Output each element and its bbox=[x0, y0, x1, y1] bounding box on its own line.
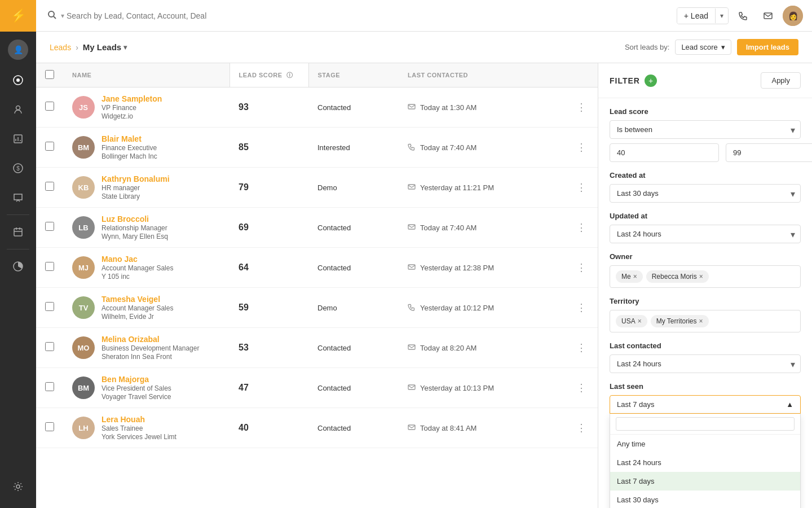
row-checkbox-cell bbox=[36, 208, 63, 248]
select-all-checkbox[interactable] bbox=[45, 70, 54, 79]
last-contacted-select-wrapper: Last 24 hours Last 7 days Last 30 days A… bbox=[610, 354, 801, 373]
lead-name[interactable]: Ben Majorga bbox=[102, 375, 171, 384]
breadcrumb-leads-link[interactable]: Leads bbox=[50, 43, 71, 52]
territory-tag-usa-remove[interactable]: × bbox=[638, 318, 642, 325]
add-lead-dropdown-arrow[interactable]: ▾ bbox=[715, 8, 728, 23]
lead-title: Sales Trainee bbox=[102, 424, 176, 432]
last-contacted-select[interactable]: Last 24 hours Last 7 days Last 30 days A… bbox=[610, 354, 801, 373]
sidebar-item-calendar[interactable] bbox=[0, 217, 36, 247]
row-checkbox[interactable] bbox=[45, 302, 54, 311]
row-checkbox[interactable] bbox=[45, 182, 54, 191]
lead-name[interactable]: Lera Houah bbox=[102, 415, 176, 424]
last-seen-option-last-24[interactable]: Last 24 hours bbox=[610, 453, 800, 472]
filter-section-created-at: Created at Last 30 days Last 7 days Last… bbox=[610, 171, 801, 203]
row-more-button[interactable]: ⋮ bbox=[574, 99, 589, 116]
filter-add-icon: + bbox=[648, 76, 653, 85]
row-last-contacted-cell: Yesterday at 10:12 PM bbox=[399, 288, 565, 328]
sidebar-item-home[interactable] bbox=[0, 65, 36, 95]
row-more-button[interactable]: ⋮ bbox=[574, 299, 589, 316]
lead-name[interactable]: Melina Orizabal bbox=[102, 335, 199, 344]
row-checkbox[interactable] bbox=[45, 102, 54, 111]
sidebar-item-charts[interactable] bbox=[0, 252, 36, 281]
sidebar-item-messages[interactable] bbox=[0, 183, 36, 212]
row-checkbox[interactable] bbox=[45, 382, 54, 391]
sort-area: Sort leads by: Lead score ▾ Import leads bbox=[625, 39, 798, 55]
th-lead-score: LEAD SCORE ⓘ bbox=[230, 63, 308, 87]
score-min-input[interactable] bbox=[610, 143, 719, 162]
last-contacted-time: Today at 7:40 AM bbox=[420, 143, 476, 152]
lead-title: Vice President of Sales bbox=[102, 384, 171, 392]
lead-avatar: LH bbox=[72, 417, 95, 439]
filter-add-button[interactable]: + bbox=[645, 75, 657, 87]
updated-at-select-wrapper: Last 24 hours Last 7 days Last 30 days A… bbox=[610, 225, 801, 243]
territory-tags-container[interactable]: USA × My Territories × bbox=[610, 310, 801, 332]
lead-name[interactable]: Mano Jac bbox=[102, 255, 173, 264]
import-leads-button[interactable]: Import leads bbox=[737, 39, 798, 55]
sidebar-item-reports[interactable] bbox=[0, 124, 36, 154]
row-more-button[interactable]: ⋮ bbox=[574, 339, 589, 356]
last-contacted-info: Today at 7:40 AM bbox=[408, 143, 556, 152]
current-view-label[interactable]: My Leads ▾ bbox=[83, 42, 127, 52]
messages-icon bbox=[12, 192, 24, 203]
search-input[interactable] bbox=[67, 11, 224, 20]
owner-tag-rebecca-remove[interactable]: × bbox=[699, 273, 703, 280]
row-more-button[interactable]: ⋮ bbox=[574, 139, 589, 156]
mail-button[interactable] bbox=[758, 6, 778, 26]
last-seen-option-last-30[interactable]: Last 30 days bbox=[610, 491, 800, 508]
owner-tags-container[interactable]: Me × Rebecca Moris × bbox=[610, 265, 801, 288]
row-more-button[interactable]: ⋮ bbox=[574, 419, 589, 436]
contact-method-icon bbox=[408, 383, 416, 393]
sort-select[interactable]: Lead score ▾ bbox=[675, 40, 731, 55]
owner-tag-me-remove[interactable]: × bbox=[633, 273, 637, 280]
search-chevron-icon[interactable]: ▾ bbox=[61, 12, 64, 20]
row-checkbox[interactable] bbox=[45, 142, 54, 151]
row-more-button[interactable]: ⋮ bbox=[574, 179, 589, 196]
app-logo[interactable]: ⚡ bbox=[0, 0, 36, 32]
last-seen-option-last-7[interactable]: Last 7 days bbox=[610, 472, 800, 491]
last-contacted-time: Today at 1:30 AM bbox=[420, 103, 476, 112]
user-avatar-sidebar[interactable]: 👤 bbox=[0, 34, 36, 65]
table-row: MJ Mano Jac Account Manager Sales Y 105 … bbox=[36, 248, 598, 288]
svg-rect-21 bbox=[408, 265, 415, 269]
row-checkbox-cell bbox=[36, 87, 63, 128]
territory-tag-my-territories-remove[interactable]: × bbox=[699, 318, 703, 325]
row-last-contacted-cell: Yesterday at 10:13 PM bbox=[399, 368, 565, 408]
lead-score-info-icon[interactable]: ⓘ bbox=[286, 72, 293, 78]
row-checkbox[interactable] bbox=[45, 342, 54, 351]
updated-at-select[interactable]: Last 24 hours Last 7 days Last 30 days A… bbox=[610, 225, 801, 243]
topnav-user-avatar[interactable]: 👩 bbox=[783, 6, 803, 26]
th-actions bbox=[565, 63, 598, 87]
row-checkbox[interactable] bbox=[45, 222, 54, 231]
th-checkbox bbox=[36, 63, 63, 87]
lead-name[interactable]: Tamesha Veigel bbox=[102, 295, 173, 304]
last-seen-dropdown-trigger[interactable]: Last 7 days ▲ bbox=[610, 395, 801, 414]
sidebar-item-deals[interactable]: $ bbox=[0, 154, 36, 183]
sidebar-item-contacts[interactable] bbox=[0, 95, 36, 124]
lead-company: State Library bbox=[102, 192, 170, 200]
sidebar-item-settings[interactable] bbox=[0, 472, 36, 501]
row-more-button[interactable]: ⋮ bbox=[574, 379, 589, 396]
apply-button[interactable]: Apply bbox=[761, 72, 801, 89]
svg-rect-17 bbox=[764, 13, 772, 19]
breadcrumb-separator: › bbox=[76, 43, 78, 52]
lead-name[interactable]: Kathryn Bonalumi bbox=[102, 174, 170, 183]
score-max-input[interactable] bbox=[726, 143, 812, 162]
search-icon[interactable] bbox=[45, 8, 59, 24]
phone-button[interactable] bbox=[733, 6, 753, 26]
row-checkbox[interactable] bbox=[45, 422, 54, 431]
stage-badge: Demo bbox=[317, 183, 337, 192]
lead-name[interactable]: Luz Broccoli bbox=[102, 214, 168, 224]
row-actions-cell: ⋮ bbox=[565, 248, 598, 288]
add-lead-button[interactable]: + Lead bbox=[677, 8, 715, 24]
row-more-button[interactable]: ⋮ bbox=[574, 219, 589, 236]
row-more-button[interactable]: ⋮ bbox=[574, 259, 589, 276]
lead-name[interactable]: Blair Malet bbox=[102, 134, 157, 143]
last-seen-search-input[interactable] bbox=[616, 417, 795, 431]
last-contacted-time: Yesterday at 11:21 PM bbox=[420, 183, 494, 192]
lead-score-condition-select[interactable]: Is between Is greater than Is less than … bbox=[610, 120, 801, 139]
created-at-select[interactable]: Last 30 days Last 7 days Last 24 hours A… bbox=[610, 184, 801, 203]
row-score-cell: 79 bbox=[230, 168, 308, 208]
last-seen-option-any-time[interactable]: Any time bbox=[610, 435, 800, 453]
lead-name[interactable]: Jane Sampleton bbox=[102, 94, 162, 103]
row-checkbox[interactable] bbox=[45, 262, 54, 271]
